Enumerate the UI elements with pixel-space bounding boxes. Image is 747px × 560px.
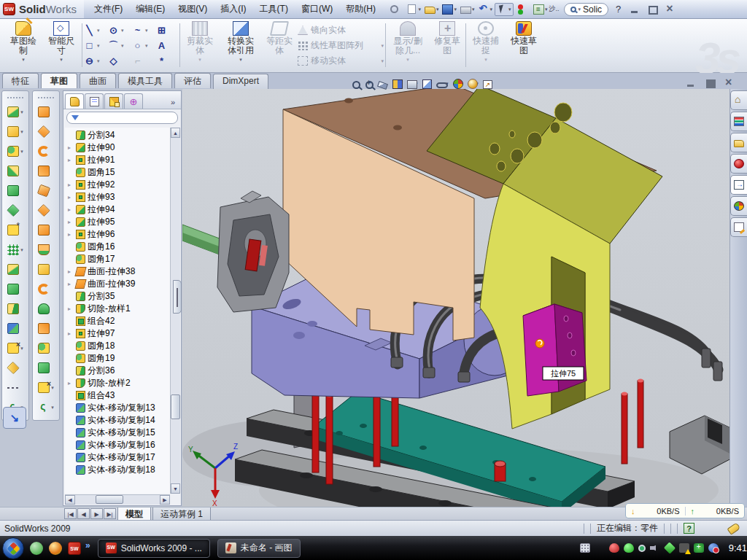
tray-icon[interactable] <box>679 543 689 553</box>
chevron-down-icon[interactable]: ▾ <box>51 385 54 391</box>
menu-item[interactable]: 视图(V) <box>172 1 213 18</box>
restore-button[interactable] <box>705 78 716 88</box>
ribbon-tab[interactable]: DimXpert <box>213 74 268 89</box>
quicklaunch-app-icon[interactable] <box>49 542 62 555</box>
tag-icon[interactable] <box>727 522 741 534</box>
tray-icon[interactable] <box>624 543 634 553</box>
panel-tab[interactable] <box>85 93 104 109</box>
tree-item[interactable]: ▸ 圆角18 <box>65 340 170 352</box>
chev</span>ron-down-icon[interactable]: ▾ <box>97 28 100 34</box>
tree-item[interactable]: ▸ 切除-放样2 <box>65 377 170 389</box>
ribbon-tab[interactable]: 曲面 <box>80 73 116 88</box>
toolbar-button[interactable]: ▾ <box>459 4 476 15</box>
toolbar-button[interactable]: ▾ <box>33 338 59 358</box>
sketch-tool-button[interactable]: ◇ ▾ <box>107 53 131 69</box>
expand-arrow-icon[interactable]: ▸ <box>68 306 74 312</box>
sketch-tool-button[interactable]: ⌒ ▾ <box>107 38 131 53</box>
chevron-down-icon[interactable]: ▾ <box>22 57 25 63</box>
close-button[interactable] <box>665 4 676 15</box>
taskbar-clock[interactable]: 9:41 <box>729 542 747 553</box>
toolbar-button[interactable]: ▾ <box>2 102 28 122</box>
toolbar-button[interactable]: ▾ <box>2 358 28 378</box>
toolbar-button[interactable]: ▾ <box>2 338 28 358</box>
tree-item[interactable]: ▸ 圆角15 <box>65 166 170 179</box>
convert-entities-button[interactable]: 转换实 体引用 ▾ <box>220 21 261 69</box>
toolbar-button[interactable]: ▾ <box>33 141 59 161</box>
sketch-tool-button[interactable]: * ▾ <box>155 53 179 69</box>
scroll-left-button[interactable]: ◀ <box>65 495 75 505</box>
ribbon-tab[interactable]: 模具工具 <box>118 73 172 88</box>
toolbar-button[interactable]: ▾ <box>532 4 549 15</box>
toolbar-button[interactable]: ▾ <box>2 279 28 299</box>
chev</span>ron-down-icon[interactable]: ▾ <box>97 43 100 49</box>
expand-arrow-icon[interactable]: ▸ <box>68 194 74 201</box>
chev</span>ron-down-icon[interactable]: ▾ <box>121 43 124 49</box>
panel-tab[interactable]: ⊕ <box>124 93 143 109</box>
chevron-down-icon[interactable]: ▾ <box>20 149 23 155</box>
chev</span>ron-down-icon[interactable]: ▾ <box>145 43 148 49</box>
toolbar-button[interactable]: ▾ <box>476 4 494 15</box>
menu-item[interactable]: 工具(T) <box>254 1 294 18</box>
chev</span>ron-down-icon[interactable]: ▾ <box>145 28 148 34</box>
tab-nav-button[interactable]: |◀ <box>64 508 77 519</box>
toolbar-button[interactable]: ▾ <box>423 4 441 15</box>
sketch-tool-button[interactable]: ⌐ ▾ <box>131 53 155 69</box>
start-button[interactable] <box>2 537 24 559</box>
toolbar-button[interactable]: ▾ <box>33 122 59 141</box>
expand-arrow-icon[interactable]: ▸ <box>68 231 74 238</box>
tree-item[interactable]: ▸ 实体-移动/复制15 <box>65 427 170 439</box>
tree-item[interactable]: ▸ 实体-移动/复制17 <box>65 451 170 464</box>
toolbar-button[interactable]: ▾ <box>33 220 59 240</box>
chevron-down-icon[interactable]: ▾ <box>20 346 23 351</box>
ribbon-tab[interactable]: 特征 <box>2 73 39 88</box>
sketch-tool-button[interactable]: ~ ▾ <box>131 23 155 38</box>
toolbar-button[interactable]: ▾ <box>2 122 28 141</box>
panel-tab[interactable] <box>65 93 84 109</box>
smart-dimension-button[interactable]: 智能尺 寸 ▾ <box>42 21 80 69</box>
graphics-viewport[interactable]: 拉伸75 Y Z X <box>182 89 729 507</box>
tray-icon[interactable] <box>694 543 704 553</box>
tree-item[interactable]: ▸ 拉伸95 <box>65 216 170 228</box>
toolbar-button[interactable]: ▾ <box>33 319 59 338</box>
tray-icon[interactable] <box>664 542 676 553</box>
chevron-down-icon[interactable]: ▾ <box>60 57 63 63</box>
toolbar-button[interactable]: ▾ <box>33 378 59 397</box>
toolbar-button[interactable]: ▾ <box>33 279 59 299</box>
trim-entities-button[interactable]: 剪裁实 体 ▾ <box>182 21 217 69</box>
toolbar-button[interactable]: ▾ <box>33 358 59 378</box>
minimize-button[interactable] <box>630 4 641 15</box>
chevron-down-icon[interactable]: ▾ <box>239 57 242 63</box>
offset-entities-button[interactable]: 等距实 体 <box>263 21 296 69</box>
sketch-tool-button[interactable]: ○ ▾ <box>131 38 155 53</box>
scroll-up-button[interactable]: ▲ <box>171 128 180 138</box>
tree-item[interactable]: ▸ 实体-移动/复制13 <box>65 402 170 414</box>
toolbar-button[interactable]: ▾ <box>2 240 28 260</box>
menu-item[interactable]: 文件(F) <box>88 1 128 18</box>
quicklaunch-solidworks-icon[interactable]: SW <box>68 542 81 555</box>
chevron-down-icon[interactable]: ▾ <box>20 129 23 135</box>
status-help-icon[interactable]: ? <box>684 523 694 534</box>
tray-icon[interactable] <box>609 543 619 553</box>
tray-icon[interactable] <box>638 545 646 552</box>
toolbar-button[interactable]: ▾ <box>33 161 59 181</box>
help-button[interactable]: ? <box>616 4 621 15</box>
tree-item[interactable]: ▸ 曲面-拉伸39 <box>65 278 170 290</box>
tree-horizontal-scrollbar[interactable]: ◀ ▶ <box>65 494 170 505</box>
tree-item[interactable]: ▸ 拉伸96 <box>65 228 170 241</box>
tree-item[interactable]: ▸ 拉伸97 <box>65 327 170 340</box>
panel-tab[interactable] <box>104 93 123 109</box>
toolbar-button[interactable]: ▾ <box>514 4 532 15</box>
expand-arrow-icon[interactable]: ▸ <box>68 380 74 386</box>
toolbar-button[interactable]: ▾ <box>2 378 28 397</box>
chevron-down-icon[interactable]: ▾ <box>436 7 439 12</box>
tray-icon[interactable] <box>708 543 719 553</box>
search-input[interactable]: Solic <box>583 4 602 15</box>
tree-item[interactable]: ▸ 拉伸94 <box>65 203 170 216</box>
scrollbar-thumb[interactable] <box>171 394 180 419</box>
view-tool-button[interactable]: ▾ <box>407 79 418 89</box>
rapid-sketch-button[interactable]: 快速草 图 <box>506 21 541 69</box>
view-tool-button[interactable]: ▾ <box>422 79 433 89</box>
sketch-tool-button[interactable]: ╲ ▾ <box>83 23 107 38</box>
toolbar-button[interactable]: ▾ <box>2 299 28 319</box>
tray-icon[interactable] <box>650 543 660 553</box>
